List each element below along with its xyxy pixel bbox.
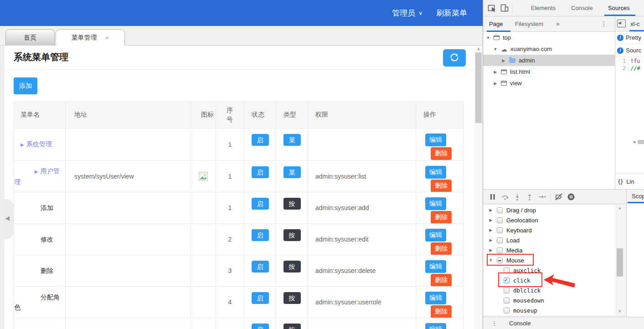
- line-number[interactable]: 1: [615, 57, 629, 65]
- tab-elements[interactable]: Elements: [531, 0, 556, 16]
- file-tab[interactable]: xl-c: [630, 16, 639, 31]
- inspect-element-icon[interactable]: [488, 4, 497, 13]
- line-number[interactable]: 2: [615, 65, 629, 72]
- step-icon[interactable]: [538, 193, 546, 201]
- divider: [512, 4, 512, 13]
- content-scrollbar[interactable]: ▲: [474, 46, 482, 329]
- breakpoint-event-dblclick[interactable]: dblclick: [483, 285, 616, 295]
- deactivate-breakpoints-icon[interactable]: [555, 193, 563, 201]
- tab-sources[interactable]: Sources: [608, 0, 630, 16]
- console-drawer-bar[interactable]: ⋮ Console: [483, 317, 644, 329]
- checkbox[interactable]: [504, 288, 510, 293]
- breakpoint-category-media[interactable]: ▶ Media: [483, 245, 616, 255]
- checkbox[interactable]: [504, 298, 510, 303]
- caret-down-icon[interactable]: ▼: [493, 47, 498, 51]
- expand-caret-icon[interactable]: ▶: [35, 169, 38, 174]
- overflow-menu-icon[interactable]: ⋮: [601, 16, 607, 31]
- tab-console[interactable]: Console: [571, 0, 593, 16]
- edit-button[interactable]: 编辑: [425, 323, 446, 329]
- scroll-down-icon[interactable]: ▼: [616, 309, 623, 314]
- scroll-up-icon[interactable]: ▲: [616, 206, 623, 210]
- caret-right-icon[interactable]: ▶: [493, 70, 498, 74]
- scroll-left-icon[interactable]: ◀: [633, 140, 635, 144]
- hide-navigator-icon[interactable]: [617, 20, 626, 27]
- pretty-print-bar[interactable]: i Pretty: [615, 31, 644, 44]
- breakpoint-category-keyboard[interactable]: ▶ Keyboard: [483, 225, 616, 235]
- device-toolbar-icon[interactable]: [500, 4, 509, 13]
- tab-filesystem[interactable]: Filesystem: [515, 16, 543, 31]
- checkbox[interactable]: [497, 237, 503, 243]
- scrollbar-thumb[interactable]: [638, 140, 644, 144]
- breakpoints-scrollbar[interactable]: ▲ ▼: [616, 205, 623, 314]
- breakpoint-event-mouseup[interactable]: mouseup: [483, 305, 616, 315]
- sidebar-collapse-handle[interactable]: ◀: [4, 199, 14, 239]
- checkbox[interactable]: [497, 217, 503, 223]
- breakpoint-event-auxclick[interactable]: auxclick: [483, 265, 616, 275]
- add-button[interactable]: 添加: [14, 77, 37, 94]
- pretty-print-icon[interactable]: { }: [618, 178, 623, 185]
- menu-name-link[interactable]: 系统管理: [26, 140, 52, 148]
- caret-down-icon[interactable]: ▼: [486, 36, 490, 40]
- breakpoint-category-load[interactable]: ▶ Load: [483, 235, 616, 245]
- caret-right-icon[interactable]: ▶: [501, 58, 506, 63]
- delete-button[interactable]: 删除: [431, 242, 452, 255]
- refresh-menu-button[interactable]: 刷新菜单: [436, 8, 467, 18]
- scroll-up-icon[interactable]: ▲: [475, 46, 482, 51]
- tab-scope[interactable]: Scop: [627, 190, 644, 203]
- breakpoint-category-mouse[interactable]: ▼ Mouse: [483, 255, 616, 265]
- checkbox-indeterminate[interactable]: [497, 257, 503, 263]
- delete-button[interactable]: 删除: [431, 305, 452, 318]
- tab-menu-management[interactable]: 菜单管理 ×: [56, 29, 125, 46]
- edit-button[interactable]: 编辑: [425, 166, 446, 179]
- scrollbar-thumb[interactable]: [617, 248, 623, 277]
- checkbox[interactable]: [504, 267, 510, 273]
- pause-on-exceptions-icon[interactable]: [567, 193, 575, 201]
- source-map-bar[interactable]: i Sourc: [615, 44, 644, 57]
- tree-item-admin[interactable]: ▶ admin: [483, 55, 615, 66]
- tab-home[interactable]: 首页: [5, 29, 55, 46]
- editor-hscrollbar[interactable]: ◀: [633, 139, 644, 145]
- caret-right-icon[interactable]: ▶: [489, 208, 493, 212]
- tree-item-top[interactable]: ▼ top: [483, 32, 615, 43]
- checkbox[interactable]: [497, 247, 503, 253]
- breakpoint-category-geolocation[interactable]: ▶ Geolocation: [483, 215, 616, 225]
- caret-right-icon[interactable]: ▶: [489, 228, 493, 232]
- step-out-icon[interactable]: [526, 193, 534, 201]
- delete-button[interactable]: 删除: [431, 147, 452, 160]
- checkbox[interactable]: [497, 227, 503, 233]
- edit-button[interactable]: 编辑: [425, 292, 446, 304]
- breakpoint-event-mousedown[interactable]: mousedown: [483, 295, 616, 305]
- refresh-button[interactable]: [443, 49, 466, 67]
- edit-button[interactable]: 编辑: [425, 260, 446, 273]
- delete-button[interactable]: 删除: [431, 211, 452, 224]
- caret-right-icon[interactable]: ▶: [489, 248, 493, 252]
- checkbox[interactable]: [497, 207, 503, 213]
- checkbox[interactable]: [504, 308, 510, 314]
- breakpoint-category-dragdrop[interactable]: ▶ Drag / drop: [483, 205, 616, 215]
- caret-down-icon[interactable]: ▼: [489, 258, 493, 262]
- tree-item-view[interactable]: ▶ view: [483, 77, 615, 89]
- step-into-icon[interactable]: [513, 193, 521, 201]
- caret-right-icon[interactable]: ▶: [489, 218, 493, 222]
- caret-right-icon[interactable]: ▶: [489, 238, 493, 242]
- more-tabs-icon[interactable]: »: [556, 16, 560, 31]
- scrollbar-thumb[interactable]: [475, 52, 482, 123]
- edit-button[interactable]: 编辑: [425, 197, 446, 210]
- step-over-icon[interactable]: [501, 193, 509, 201]
- checkbox-checked[interactable]: [504, 278, 510, 283]
- caret-right-icon[interactable]: ▶: [493, 81, 498, 86]
- edit-button[interactable]: 编辑: [425, 229, 446, 242]
- drawer-menu-icon[interactable]: ⋮: [491, 320, 497, 327]
- delete-button[interactable]: 删除: [431, 180, 452, 192]
- edit-button[interactable]: 编辑: [425, 134, 446, 146]
- delete-button[interactable]: 删除: [431, 274, 452, 287]
- close-tab-icon[interactable]: ×: [105, 34, 109, 41]
- pause-script-icon[interactable]: [489, 193, 497, 201]
- tree-item-domain[interactable]: ▼ ☁ xuanyimao.com: [483, 43, 615, 55]
- source-code[interactable]: 1 !fu 2 //#: [615, 57, 644, 72]
- expand-caret-icon[interactable]: ▶: [21, 142, 24, 147]
- breakpoint-event-click[interactable]: click: [483, 275, 616, 285]
- user-dropdown[interactable]: 管理员 ∨: [392, 8, 422, 18]
- tree-item-listhtml[interactable]: ▶ list.html: [483, 66, 615, 77]
- tab-page[interactable]: Page: [489, 16, 503, 31]
